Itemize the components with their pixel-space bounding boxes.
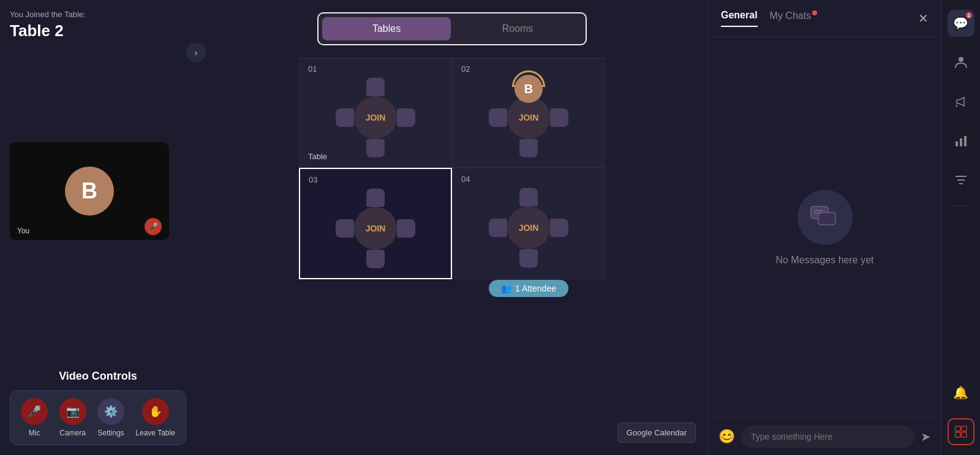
leave-table-icon: ✋ — [142, 398, 169, 425]
svg-rect-4 — [959, 57, 963, 62]
chat-input[interactable] — [741, 426, 914, 448]
table-avatar-02: B — [514, 75, 543, 103]
collapse-button[interactable]: › — [186, 43, 206, 62]
settings-icon: ⚙️ — [97, 398, 124, 425]
filter-icon — [954, 173, 968, 187]
seat-right-04 — [550, 219, 568, 237]
far-right-sidebar: 💬 1 🔔 — [941, 0, 980, 455]
join-label-04: JOIN — [507, 206, 550, 249]
person-icon — [954, 56, 968, 69]
svg-rect-8 — [964, 136, 967, 146]
you-label: You — [17, 227, 29, 235]
settings-label: Settings — [97, 429, 124, 437]
left-panel: You Joined the Table: Table 2 › B You 🎤 … — [0, 0, 196, 455]
mic-muted-badge: 🎤 — [145, 218, 162, 235]
attendee-icon: 👥 — [501, 284, 511, 293]
svg-rect-14 — [956, 432, 960, 437]
chat-sidebar-button[interactable]: 💬 1 — [948, 10, 974, 37]
no-messages-icon — [797, 190, 853, 245]
seat-bottom-01 — [366, 139, 385, 157]
google-calendar-button[interactable]: Google Calendar — [617, 423, 696, 443]
svg-rect-6 — [956, 141, 958, 146]
table-cell-04[interactable]: 04 JOIN 👥 1 Attendee — [452, 168, 605, 279]
seat-bottom-04 — [519, 249, 538, 268]
join-label-03: JOIN — [354, 207, 397, 250]
chat-panel: General My Chats ✕ No Messages here yet … — [708, 0, 941, 455]
my-chats-dot — [812, 10, 817, 15]
seat-top-03 — [366, 189, 385, 207]
tab-rooms[interactable]: Rooms — [453, 17, 582, 40]
center-panel: Tables Rooms 01 JOIN Table 02 B — [196, 0, 708, 455]
settings-button[interactable]: ⚙️ Settings — [97, 398, 124, 437]
table-cell-02[interactable]: 02 B JOIN — [452, 58, 605, 168]
filter-sidebar-button[interactable] — [948, 167, 974, 194]
mic-button[interactable]: 🎤 Mic — [21, 398, 48, 437]
controls-row: 🎤 Mic 📷 Camera ⚙️ Settings ✋ Leave Table — [10, 390, 186, 445]
tab-switcher: Tables Rooms — [317, 12, 587, 45]
seat-bottom-03 — [366, 250, 385, 268]
megaphone-sidebar-button[interactable] — [948, 88, 974, 115]
chart-icon — [954, 134, 968, 148]
seat-left-02 — [489, 108, 507, 127]
table-number-04: 04 — [461, 175, 470, 184]
leave-table-button[interactable]: ✋ Leave Table — [135, 398, 175, 437]
seat-left-04 — [489, 219, 507, 237]
svg-rect-12 — [956, 426, 960, 431]
chat-body: No Messages here yet — [709, 37, 941, 418]
seat-right-03 — [397, 219, 415, 238]
send-button[interactable]: ➤ — [921, 429, 931, 444]
tab-general[interactable]: General — [721, 10, 758, 27]
mic-label: Mic — [29, 429, 40, 437]
joined-label: You Joined the Table: — [10, 10, 186, 19]
messages-svg — [810, 205, 840, 230]
people-sidebar-button[interactable] — [948, 49, 974, 76]
table-name: Table 2 — [10, 21, 186, 40]
seat-bottom-02 — [519, 139, 538, 157]
chat-badge: 1 — [966, 12, 972, 18]
camera-icon: 📷 — [59, 398, 86, 425]
table-number-02: 02 — [461, 64, 470, 73]
seat-right-02 — [550, 108, 568, 127]
chat-close-button[interactable]: ✕ — [918, 11, 929, 26]
board-icon — [954, 425, 968, 438]
emoji-button[interactable]: 😊 — [718, 429, 735, 445]
table-diagram-03: JOIN — [336, 189, 415, 268]
svg-rect-15 — [962, 432, 967, 437]
chart-sidebar-button[interactable] — [948, 127, 974, 154]
tables-grid: 01 JOIN Table 02 B JOIN 03 — [299, 58, 605, 279]
camera-button[interactable]: 📷 Camera — [59, 398, 86, 437]
table-diagram-04: JOIN — [489, 188, 568, 268]
table-label-01: Table — [308, 152, 327, 161]
svg-rect-13 — [962, 426, 967, 431]
seat-right-01 — [397, 108, 415, 127]
video-controls-section: Video Controls 🎤 Mic 📷 Camera ⚙️ Setting… — [10, 363, 186, 445]
table-diagram-01: JOIN — [336, 78, 415, 157]
avatar: B — [65, 167, 114, 216]
mic-icon: 🎤 — [21, 398, 48, 425]
megaphone-icon — [954, 95, 968, 108]
tab-tables[interactable]: Tables — [322, 17, 451, 40]
chat-header: General My Chats ✕ — [709, 0, 941, 37]
camera-label: Camera — [59, 429, 86, 437]
svg-rect-7 — [960, 138, 962, 146]
table-number-01: 01 — [308, 64, 317, 73]
table-cell-01[interactable]: 01 JOIN Table — [299, 58, 452, 168]
video-preview: B You 🎤 — [10, 142, 169, 240]
seat-top-04 — [519, 188, 538, 206]
leave-table-label: Leave Table — [135, 429, 175, 437]
attendee-count: 1 Attendee — [515, 284, 556, 293]
seat-top-01 — [366, 78, 385, 96]
tab-my-chats[interactable]: My Chats — [770, 10, 818, 26]
seat-left-01 — [336, 108, 354, 127]
seat-left-03 — [336, 219, 354, 238]
video-controls-title: Video Controls — [10, 370, 186, 383]
table-number-03: 03 — [309, 175, 317, 184]
attendee-bar: 👥 1 Attendee — [489, 280, 568, 297]
join-label-01: JOIN — [354, 96, 397, 139]
board-sidebar-button[interactable] — [948, 418, 974, 445]
bell-sidebar-button[interactable]: 🔔 — [948, 379, 974, 406]
table-cell-03[interactable]: 03 JOIN — [299, 168, 452, 279]
chat-input-row: 😊 ➤ — [709, 418, 941, 455]
no-messages-text: No Messages here yet — [775, 255, 873, 266]
table-diagram-02: B JOIN — [489, 78, 568, 157]
